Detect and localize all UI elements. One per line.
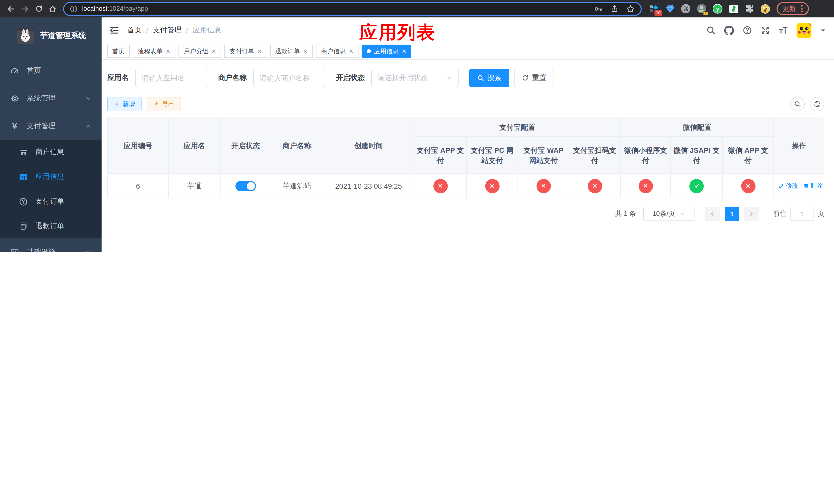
wechat-app-status-badge	[741, 179, 755, 193]
col-wechat-mini: 微信小程序支付	[620, 137, 671, 174]
tag-pay-orders[interactable]: 支付订单✕	[224, 45, 267, 58]
sidebar-item-home[interactable]: 首页	[0, 57, 102, 85]
col-merchant: 商户名称	[271, 117, 323, 174]
search-button[interactable]: 搜索	[469, 69, 509, 87]
tag-process-form[interactable]: 流程表单✕	[133, 45, 175, 58]
sidebar-item-merchant-info[interactable]: 商户信息	[0, 140, 102, 165]
alipay-wap-status-badge	[536, 179, 551, 193]
github-icon[interactable]	[724, 25, 734, 35]
browser-forward-icon[interactable]	[18, 2, 32, 16]
search-icon[interactable]	[706, 26, 716, 35]
sidebar-item-app-info[interactable]: 应用信息	[0, 165, 102, 189]
merchant-name-label: 商户名称	[218, 73, 247, 83]
app-name-label: 应用名	[107, 73, 129, 83]
font-size-icon[interactable]	[778, 26, 788, 35]
close-icon: ✕	[166, 48, 170, 54]
sidebar-item-payment[interactable]: ¥ 支付管理	[0, 112, 102, 140]
next-page-button[interactable]	[744, 207, 759, 221]
app-name-field[interactable]	[135, 69, 207, 87]
alipay-pc-status-badge	[485, 179, 499, 193]
svg-text:⌘: ⌘	[683, 6, 688, 12]
tag-app-info[interactable]: 应用信息✕	[361, 45, 411, 58]
export-button[interactable]: 导出	[147, 97, 181, 111]
sidebar-item-system[interactable]: 系统管理	[0, 85, 102, 112]
extension-green-book-icon[interactable]	[728, 4, 739, 14]
table-row: 6 芋道 芋道源码 2021-10-23 08:49:25	[107, 174, 824, 198]
browser-toolbar: localhost:1024/pay/app 10	[0, 0, 834, 18]
address-bar[interactable]: localhost:1024/pay/app	[63, 2, 642, 16]
sidebar-item-refund-orders[interactable]: 退款订单	[0, 214, 102, 238]
breadcrumb-payment[interactable]: 支付管理	[153, 26, 181, 35]
refresh-button[interactable]	[810, 97, 824, 111]
merchant-name-field[interactable]	[254, 69, 325, 87]
toggle-search-button[interactable]	[790, 97, 805, 111]
site-info-icon[interactable]	[70, 5, 78, 13]
prev-page-button[interactable]	[705, 207, 720, 221]
breadcrumb-current: 应用信息	[193, 26, 222, 35]
cell-created: 2021-10-23 08:49:25	[323, 174, 414, 198]
delete-button[interactable]: 删除	[803, 182, 823, 190]
extension-command-icon[interactable]: ⌘	[681, 4, 691, 14]
sidebar-item-pay-orders[interactable]: ¥ 支付订单	[0, 189, 102, 214]
browser-reload-icon[interactable]	[32, 2, 46, 16]
sidebar-item-infrastructure[interactable]: 基础设施	[0, 238, 102, 252]
table-toolbar: 新增 导出	[107, 97, 824, 111]
bookmark-star-icon[interactable]	[626, 4, 635, 13]
total-count: 共 1 条	[615, 209, 636, 219]
tag-home[interactable]: 首页✕	[107, 45, 130, 58]
page-size-select[interactable]: 10条/页	[643, 207, 695, 221]
edit-button[interactable]: 修改	[778, 182, 798, 190]
profile-badge: 1	[705, 12, 707, 15]
breadcrumb-home[interactable]: 首页	[127, 26, 141, 35]
goto-page-input[interactable]	[790, 207, 813, 221]
page-title-annotation: 应用列表	[359, 21, 436, 45]
current-page-button[interactable]: 1	[725, 207, 739, 221]
chevron-down-icon[interactable]	[820, 27, 826, 33]
table-grid-icon	[19, 173, 28, 181]
sidebar-collapse-icon[interactable]	[110, 26, 119, 35]
browser-menu-kebab-icon[interactable]	[801, 5, 803, 12]
browser-update-button[interactable]: 更新	[776, 2, 809, 15]
cell-app-id: 6	[107, 174, 169, 198]
trash-icon	[803, 183, 809, 189]
password-key-icon[interactable]	[594, 4, 603, 13]
browser-profile-avatar[interactable]	[760, 4, 770, 14]
app-name-input	[141, 74, 201, 82]
breadcrumb: 首页 / 支付管理 / 应用信息	[127, 26, 222, 35]
svg-text:¥: ¥	[22, 199, 25, 204]
sidebar: 芋道管理系统 首页 系统管理	[0, 18, 102, 252]
cell-app-name: 芋道	[169, 174, 220, 198]
tag-merchant-info[interactable]: 商户信息✕	[316, 45, 358, 58]
add-button[interactable]: 新增	[107, 97, 141, 111]
yen-circle-icon: ¥	[19, 197, 28, 206]
merchant-name-input	[260, 74, 319, 82]
col-app-name: 应用名	[169, 117, 220, 174]
wechat-mini-status-badge	[638, 179, 653, 193]
reset-button[interactable]: 重置	[514, 69, 553, 87]
status-select[interactable]: 请选择开启状态	[371, 69, 459, 87]
browser-home-icon[interactable]	[46, 2, 60, 16]
search-form: 应用名 商户名称 开启状态 请选择开启状态 搜索 重置	[107, 69, 824, 87]
alipay-app-status-badge	[433, 179, 447, 193]
extension-workona-icon[interactable]: 10	[649, 4, 659, 14]
col-alipay-wap: 支付宝 WAP 网站支付	[518, 137, 569, 174]
col-alipay-qr: 支付宝扫码支付	[569, 137, 620, 174]
help-icon[interactable]	[743, 26, 752, 35]
status-toggle[interactable]	[236, 181, 256, 191]
yen-icon: ¥	[10, 122, 19, 131]
browser-back-icon[interactable]	[4, 2, 18, 16]
app-logo-row[interactable]: 芋道管理系统	[0, 18, 102, 45]
extensions-puzzle-icon[interactable]	[744, 4, 754, 14]
col-created: 创建时间	[323, 117, 414, 174]
tag-user-group[interactable]: 用户分组✕	[178, 45, 221, 58]
wechat-jsapi-status-badge	[689, 179, 704, 193]
share-icon[interactable]	[610, 5, 619, 13]
fullscreen-icon[interactable]	[761, 26, 770, 35]
extensions-row: 10 ⌘ 1 y	[649, 4, 770, 14]
extension-gem-icon[interactable]	[665, 4, 675, 14]
tag-refund-orders[interactable]: 退款订单✕	[270, 45, 313, 58]
extension-profile-folder-icon[interactable]: 1	[697, 4, 707, 14]
goto-label: 前往	[773, 209, 786, 219]
extension-green-y-icon[interactable]: y	[712, 4, 723, 14]
user-avatar[interactable]	[796, 23, 811, 38]
